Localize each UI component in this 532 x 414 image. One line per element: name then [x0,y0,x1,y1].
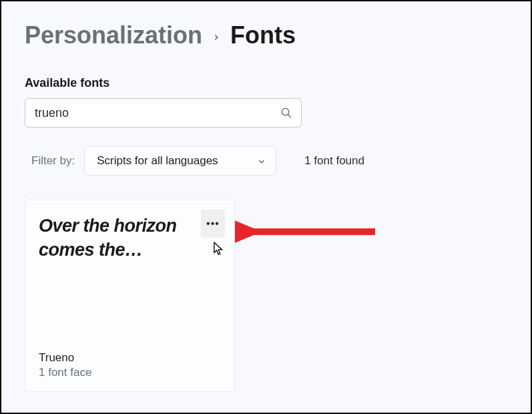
font-preview-text: Over the horizon comes the… [39,214,199,262]
font-name: Trueno [39,351,221,365]
font-faces-count: 1 font face [39,366,221,379]
filter-select[interactable]: Scripts for all languages [84,146,276,176]
chevron-down-icon [257,156,266,166]
search-container [25,98,302,128]
more-icon: ••• [206,218,220,230]
available-fonts-label: Available fonts [25,76,507,90]
arrow-annotation [235,218,382,245]
font-card-footer: Trueno 1 font face [39,351,221,379]
filter-label: Filter by: [31,154,75,168]
search-input[interactable] [25,98,302,128]
breadcrumb-parent[interactable]: Personalization [25,21,202,49]
font-card[interactable]: Over the horizon comes the… ••• Trueno 1… [25,200,235,392]
chevron-right-icon [212,27,221,46]
result-count: 1 font found [304,154,364,168]
breadcrumb-current: Fonts [230,21,296,49]
more-options-button[interactable]: ••• [201,210,225,238]
breadcrumb: Personalization Fonts [25,21,507,49]
filter-row: Filter by: Scripts for all languages 1 f… [25,146,507,176]
filter-selected-value: Scripts for all languages [97,154,218,168]
